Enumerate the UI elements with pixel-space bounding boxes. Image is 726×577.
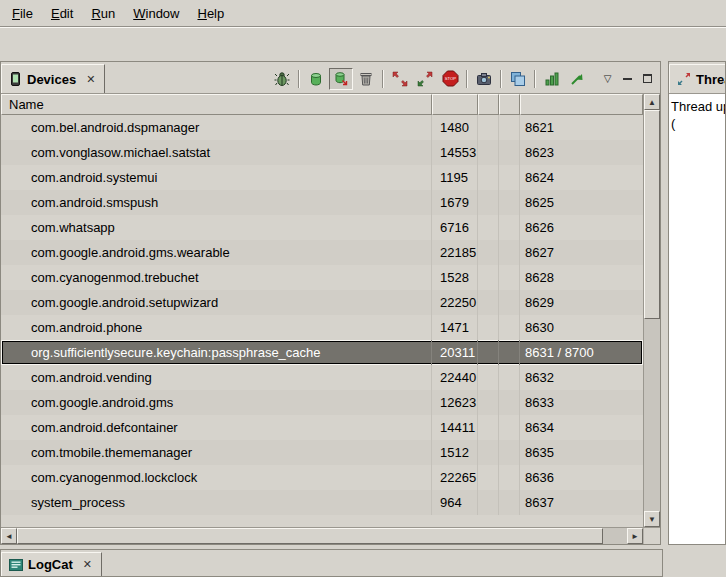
blank-cell-2 [499,265,520,290]
process-pid: 1195 [440,170,468,185]
horizontal-scroll-thumb[interactable] [17,528,603,544]
view-menu-button[interactable]: ▽ [598,70,617,88]
vertical-scroll-track[interactable] [644,110,660,511]
process-name: com.android.smspush [31,195,158,210]
stop-process-button[interactable]: STOP [438,68,462,90]
process-port: 8621 [525,120,554,135]
process-port: 8625 [525,195,554,210]
table-row[interactable]: com.tmobile.thememanager 1512 8635 [1,440,643,465]
process-port: 8635 [525,445,554,460]
device-table-body: com.bel.android.dspmanager 1480 8621 com… [1,115,643,527]
column-header-pid[interactable] [432,94,478,115]
process-port: 8637 [525,495,554,510]
table-row[interactable]: com.android.defcontainer 14411 8634 [1,415,643,440]
update-heap-button[interactable] [304,68,328,90]
process-name: com.android.vending [31,370,152,385]
column-header-blank-1[interactable] [478,94,499,115]
process-port: 8626 [525,220,554,235]
process-pid: 14411 [440,420,475,435]
table-row[interactable]: com.android.smspush 1679 8625 [1,190,643,215]
column-header-name[interactable]: Name [1,94,432,115]
table-row[interactable]: org.sufficientlysecure.keychain:passphra… [1,340,643,365]
table-row[interactable]: com.google.android.setupwizard 22250 862… [1,290,643,315]
process-name: com.cyanogenmod.lockclock [31,470,197,485]
table-row[interactable]: com.cyanogenmod.lockclock 22265 8636 [1,465,643,490]
process-pid: 1480 [440,120,469,135]
menu-item-edit[interactable]: Edit [42,3,82,24]
screen-capture-button[interactable] [472,68,496,90]
menu-item-window[interactable]: Window [124,3,188,24]
update-threads-button[interactable] [388,68,412,90]
scroll-left-button[interactable]: ◄ [1,528,17,544]
menu-item-file[interactable]: File [3,3,42,24]
process-pid: 20311 [440,345,475,360]
start-profiling-button[interactable] [565,68,589,90]
blank-cell-1 [478,165,499,190]
dump-hprof-button[interactable] [329,68,353,90]
process-name: com.vonglasow.michael.satstat [31,145,210,160]
horizontal-scroll-track[interactable] [17,528,627,544]
process-port: 8636 [525,470,554,485]
tab-logcat-close-icon[interactable]: ✕ [81,557,94,572]
tab-threads[interactable]: Threa [669,64,725,93]
process-port: 8630 [525,320,554,335]
table-row[interactable]: com.android.vending 22440 8632 [1,365,643,390]
tab-logcat-label: LogCat [28,557,73,572]
blank-cell-1 [478,290,499,315]
minimize-icon [623,78,632,80]
table-row[interactable]: com.google.android.gms.wearable 22185 86… [1,240,643,265]
scrollbar-corner [643,528,660,544]
menubar: File Edit Run Window Help [0,0,726,27]
dump-threads-button[interactable] [413,68,437,90]
process-pid: 22440 [440,370,476,385]
blank-cell-1 [478,465,499,490]
process-pid: 14553 [440,145,476,160]
process-name: com.google.android.gms [31,395,173,410]
column-header-blank-2[interactable] [499,94,520,115]
panel-sash[interactable] [661,61,668,545]
scroll-down-button[interactable]: ▼ [644,511,660,527]
method-profiling-button[interactable] [540,68,564,90]
toolbar-separator [382,70,384,88]
horizontal-scrollbar[interactable]: ◄ ► [1,528,643,544]
blank-cell-2 [499,165,520,190]
blank-cell-2 [499,415,520,440]
column-header-port[interactable] [520,94,643,115]
menu-item-run[interactable]: Run [82,3,124,24]
blank-cell-1 [478,340,499,365]
system-info-button[interactable] [506,68,530,90]
tab-logcat[interactable]: LogCat ✕ [1,552,102,576]
logcat-icon [9,558,23,572]
minimize-button[interactable] [618,70,637,88]
blank-cell-1 [478,440,499,465]
table-row[interactable]: com.android.systemui 1195 8624 [1,165,643,190]
table-row[interactable]: com.google.android.gms 12623 8633 [1,390,643,415]
scroll-up-button[interactable]: ▲ [644,94,660,110]
blank-cell-2 [499,440,520,465]
vertical-scrollbar[interactable]: ▲ ▼ [643,94,660,527]
process-port: 8628 [525,270,554,285]
blank-cell-2 [499,465,520,490]
debug-process-button[interactable] [270,68,294,90]
process-pid: 964 [440,495,462,510]
vertical-scroll-thumb[interactable] [644,110,660,319]
scroll-right-button[interactable]: ► [627,528,643,544]
blank-cell-2 [499,115,520,140]
blank-cell-1 [478,140,499,165]
tab-devices-close-icon[interactable]: ✕ [84,72,97,87]
table-row[interactable]: com.vonglasow.michael.satstat 14553 8623 [1,140,643,165]
blank-cell-1 [478,390,499,415]
table-row[interactable]: com.android.phone 1471 8630 [1,315,643,340]
table-row[interactable]: com.bel.android.dspmanager 1480 8621 [1,115,643,140]
process-port: 8634 [525,420,554,435]
table-row[interactable]: com.cyanogenmod.trebuchet 1528 8628 [1,265,643,290]
tab-devices[interactable]: Devices ✕ [1,64,105,93]
cause-gc-button[interactable] [354,68,378,90]
process-name: system_process [31,495,125,510]
blank-cell-1 [478,215,499,240]
menu-item-help[interactable]: Help [188,3,233,24]
table-row[interactable]: com.whatsapp 6716 8626 [1,215,643,240]
table-row[interactable]: system_process 964 8637 [1,490,643,515]
blank-cell-1 [478,115,499,140]
maximize-button[interactable] [638,70,657,88]
